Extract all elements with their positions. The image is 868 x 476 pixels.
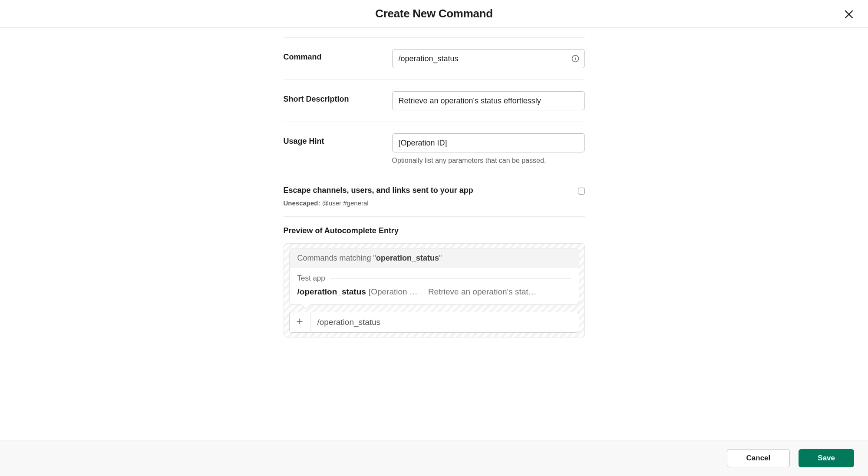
ac-matching-prefix: Commands matching ": [297, 254, 376, 262]
close-button[interactable]: [842, 8, 856, 22]
svg-point-4: [575, 57, 575, 57]
short-description-row: Short Description: [284, 80, 585, 122]
escape-sub-prefix: Unescaped:: [284, 199, 320, 207]
info-icon[interactable]: [571, 54, 580, 63]
autocomplete-entry-desc: Retrieve an operation's stat…: [428, 287, 571, 297]
escape-subtext: Unescaped: @user #general: [284, 199, 473, 207]
compose-plus-button[interactable]: [290, 312, 310, 332]
ac-matching-term: operation_status: [376, 254, 439, 262]
autocomplete-entry-hint: [Operation …: [369, 287, 418, 297]
modal-body: Command Short Description Usage: [0, 28, 868, 440]
save-button[interactable]: Save: [799, 449, 854, 467]
autocomplete-entry-command: /operation_status: [297, 287, 366, 297]
autocomplete-entry: /operation_status [Operation … Retrieve …: [297, 287, 571, 297]
escape-row: Escape channels, users, and links sent t…: [284, 176, 585, 217]
cancel-button[interactable]: Cancel: [727, 449, 790, 467]
escape-text-group: Escape channels, users, and links sent t…: [284, 186, 482, 207]
ac-matching-suffix: ": [439, 254, 442, 262]
command-row: Command: [284, 37, 585, 80]
autocomplete-panel: Commands matching "operation_status" Tes…: [289, 248, 579, 305]
modal-title: Create New Command: [10, 7, 858, 20]
autocomplete-body: Test app /operation_status [Operation … …: [290, 268, 579, 304]
close-icon: [844, 9, 854, 21]
autocomplete-entry-command-col: /operation_status [Operation …: [297, 287, 418, 297]
short-description-field: [392, 91, 585, 110]
autocomplete-app-name: Test app: [297, 274, 325, 283]
escape-sub-value: @user #general: [322, 199, 369, 207]
command-label: Command: [284, 49, 392, 62]
command-input[interactable]: [392, 49, 585, 68]
usage-hint-row: Usage Hint Optionally list any parameter…: [284, 122, 585, 176]
autocomplete-app-row: Test app: [297, 274, 571, 283]
plus-icon: [296, 317, 304, 327]
usage-hint-label: Usage Hint: [284, 133, 392, 146]
preview-title: Preview of Autocomplete Entry: [284, 226, 585, 235]
short-description-input[interactable]: [392, 91, 585, 110]
short-description-label: Short Description: [284, 91, 392, 104]
usage-hint-input[interactable]: [392, 133, 585, 152]
autocomplete-header: Commands matching "operation_status": [290, 248, 579, 268]
modal-footer: Cancel Save: [0, 440, 868, 476]
divider: [330, 278, 571, 279]
escape-label: Escape channels, users, and links sent t…: [284, 186, 473, 195]
preview-section: Preview of Autocomplete Entry Commands m…: [284, 217, 585, 350]
compose-input[interactable]: /operation_status: [310, 312, 579, 332]
escape-checkbox[interactable]: [578, 188, 585, 195]
usage-hint-help: Optionally list any parameters that can …: [392, 157, 585, 165]
usage-hint-field: Optionally list any parameters that can …: [392, 133, 585, 165]
compose-text: /operation_status: [317, 317, 381, 327]
modal-header: Create New Command: [0, 0, 868, 28]
preview-box: Commands matching "operation_status" Tes…: [284, 243, 585, 337]
compose-row: /operation_status: [289, 312, 579, 333]
form: Command Short Description Usage: [284, 28, 585, 440]
command-field: [392, 49, 585, 68]
